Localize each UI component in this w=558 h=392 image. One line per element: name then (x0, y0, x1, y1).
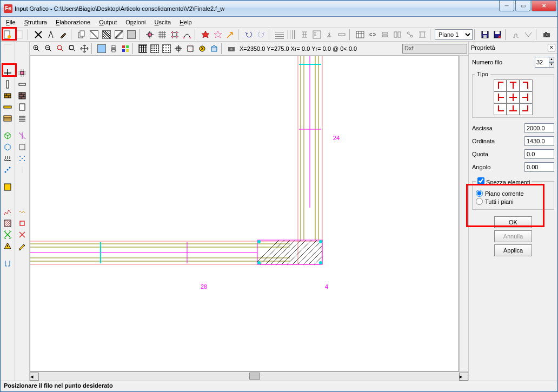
vtool2-rows[interactable] (16, 113, 28, 124)
tool-link2[interactable] (379, 29, 391, 41)
tipo-br[interactable] (520, 103, 533, 115)
tool-slab3[interactable] (113, 29, 125, 41)
spin-down[interactable]: ▼ (549, 62, 554, 68)
zoom-window-icon[interactable] (55, 43, 67, 55)
tool-table[interactable] (354, 29, 366, 41)
ascissa-input[interactable] (524, 123, 554, 133)
ordinata-input[interactable] (524, 136, 554, 146)
snap-icon[interactable] (172, 43, 184, 55)
menu-uscita[interactable]: Uscita (151, 18, 175, 26)
vtool-beam[interactable] (2, 102, 14, 112)
tool-m1[interactable] (274, 29, 285, 41)
vtool-warn[interactable] (2, 241, 14, 251)
radio-piano-corrente[interactable] (476, 190, 483, 197)
tool-grid[interactable] (156, 29, 168, 41)
menu-output[interactable]: Output (96, 18, 120, 26)
spezza-check[interactable] (477, 177, 484, 184)
tool-m3[interactable] (298, 29, 310, 41)
ok-button[interactable]: OK (494, 216, 532, 228)
vtool-bracket[interactable] (2, 258, 14, 269)
tool-m2[interactable] (286, 29, 298, 41)
vtool-load[interactable] (2, 153, 14, 164)
tool-m4[interactable] (311, 29, 323, 41)
print-icon[interactable] (108, 43, 119, 55)
zoom-in-icon[interactable] (31, 43, 43, 55)
grid3-icon[interactable] (161, 43, 172, 55)
pan-icon[interactable] (78, 43, 90, 55)
tool-nodes-grid[interactable] (169, 29, 181, 41)
tool-link1[interactable] (367, 29, 378, 41)
vtool2-wall[interactable] (16, 90, 28, 101)
tool-link4[interactable] (404, 29, 416, 41)
e2-icon[interactable] (208, 43, 220, 55)
menu-help[interactable]: Help (176, 18, 195, 26)
floor-combo[interactable]: Piano 1 (435, 29, 473, 40)
minimize-button[interactable]: ─ (499, 1, 514, 11)
tool-link3[interactable] (391, 29, 403, 41)
tool-dim[interactable] (14, 29, 26, 41)
drawing-canvas[interactable]: 24 28 4 (30, 56, 459, 371)
tipo-bc[interactable] (507, 103, 520, 115)
vtool2-cross[interactable] (16, 229, 28, 240)
tool-slab1[interactable] (88, 29, 100, 41)
tool-brush[interactable] (57, 29, 69, 41)
angolo-input[interactable] (524, 162, 554, 172)
vtool-point[interactable] (2, 164, 14, 175)
tool-save[interactable] (479, 29, 491, 41)
menu-opzioni[interactable]: Opzioni (122, 18, 149, 26)
vtool2-blank[interactable] (16, 43, 28, 54)
view1-icon[interactable] (96, 43, 108, 55)
menu-file[interactable]: File (3, 18, 19, 26)
tool-arc[interactable] (181, 29, 193, 41)
tool-copy[interactable] (76, 29, 88, 41)
vtool-hatch[interactable] (2, 218, 14, 229)
vtool2-check[interactable] (16, 130, 28, 141)
vtool2-square[interactable] (16, 142, 28, 152)
tipo-bl[interactable] (494, 103, 507, 115)
dxf-field[interactable]: Dxf (402, 44, 467, 54)
maximize-button[interactable]: ▭ (515, 1, 530, 11)
colors-icon[interactable] (119, 43, 131, 55)
grid1-icon[interactable] (137, 43, 149, 55)
tipo-mr[interactable] (520, 91, 533, 103)
tool-g1[interactable] (510, 29, 522, 41)
vtool-blank[interactable] (2, 43, 14, 54)
vtool-sec[interactable] (2, 182, 14, 192)
panel-close-icon[interactable]: ✕ (548, 44, 555, 51)
zoom-ext-icon[interactable] (67, 43, 78, 55)
vtool2-pencil[interactable] (16, 241, 28, 251)
applica-button[interactable]: Applica (494, 244, 532, 256)
tipo-tr[interactable] (520, 79, 533, 91)
vtool2-redbox[interactable] (16, 218, 28, 229)
vtool-3d1[interactable] (2, 130, 14, 141)
tool-star2[interactable] (212, 29, 224, 41)
vtool2-line[interactable] (16, 164, 28, 175)
tool-camera[interactable] (541, 29, 553, 41)
tool-g2[interactable] (522, 29, 534, 41)
tool-star1[interactable] (200, 29, 211, 41)
vtool-slab[interactable] (2, 113, 14, 124)
menu-struttura[interactable]: Struttura (21, 18, 50, 26)
vtool2-spring[interactable] (16, 207, 28, 217)
tool-link5[interactable] (416, 29, 428, 41)
quota-input[interactable] (524, 149, 554, 159)
vtool-3d2[interactable] (2, 142, 14, 152)
tool-redo[interactable] (255, 29, 267, 41)
tool-slab2[interactable] (101, 29, 112, 41)
tool-node1[interactable] (144, 29, 156, 41)
cam2-icon[interactable] (225, 43, 237, 55)
tool-slab4[interactable] (125, 29, 137, 41)
tool-arrow[interactable] (224, 29, 236, 41)
tipo-tl[interactable] (494, 79, 507, 91)
vtool-expand[interactable] (2, 229, 14, 240)
zoom-out-icon[interactable] (43, 43, 55, 55)
tool-new[interactable] (2, 29, 14, 41)
tipo-ml[interactable] (494, 91, 507, 103)
numero-filo-input[interactable] (535, 57, 549, 68)
vertical-scrollbar[interactable] (459, 56, 468, 371)
tool-undo[interactable] (243, 29, 255, 41)
vtool-node[interactable] (2, 68, 14, 78)
e1-icon[interactable]: x (196, 43, 208, 55)
menu-elaborazione[interactable]: Elaborazione (52, 18, 94, 26)
tool-compass[interactable] (45, 29, 57, 41)
